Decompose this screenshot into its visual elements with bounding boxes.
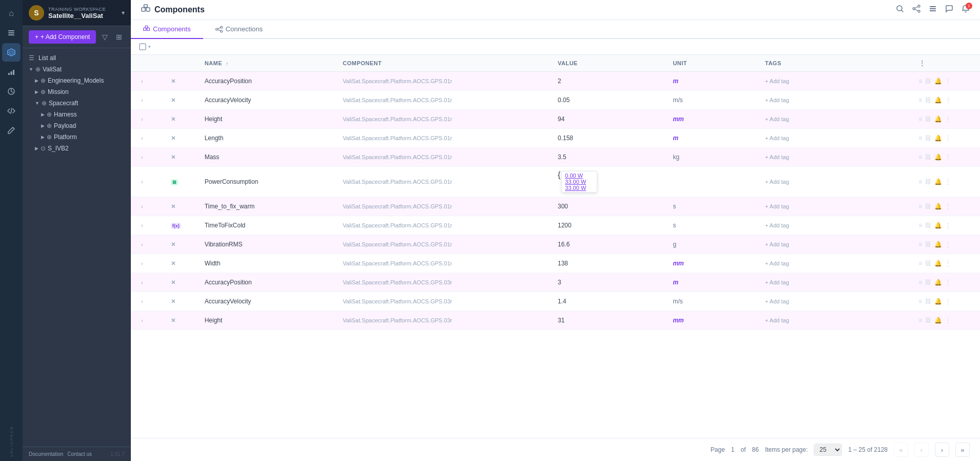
row-bell-icon[interactable]: 🔔: [934, 279, 942, 286]
row-filter-icon[interactable]: ≡: [918, 298, 922, 305]
tree-item-s-ivb2[interactable]: ▶ ⊙ S_IVB2: [23, 143, 131, 154]
nav-home-btn[interactable]: ⌂: [2, 4, 21, 23]
row-link-icon[interactable]: ⛓: [925, 97, 931, 104]
nav-clock-btn[interactable]: [2, 82, 21, 101]
list-view-button[interactable]: [929, 5, 937, 15]
row-value-cell[interactable]: 3: [552, 273, 667, 292]
row-link-icon[interactable]: ⛓: [925, 298, 931, 305]
expand-button[interactable]: ›: [137, 76, 147, 86]
tab-components[interactable]: Components: [131, 20, 203, 39]
expand-button[interactable]: ›: [137, 114, 147, 124]
columns-settings-icon[interactable]: ⋮: [918, 59, 926, 67]
tree-item-harness[interactable]: ▶ ⊕ Harness: [23, 109, 131, 120]
row-value-cell[interactable]: 31: [552, 311, 667, 330]
row-link-icon[interactable]: ⛓: [925, 241, 931, 248]
workspace-chevron-icon[interactable]: ▾: [122, 9, 125, 16]
add-tag-button[interactable]: + Add tag: [765, 154, 789, 160]
filter-button[interactable]: ▽: [100, 31, 110, 43]
add-tag-button[interactable]: + Add tag: [765, 298, 789, 304]
row-value-cell[interactable]: 94: [552, 110, 667, 129]
row-value-cell[interactable]: 16.6: [552, 235, 667, 254]
row-link-icon[interactable]: ⛓: [925, 116, 931, 123]
row-value-cell[interactable]: 1.4: [552, 292, 667, 311]
row-link-icon[interactable]: ⛓: [925, 317, 931, 324]
row-link-icon[interactable]: ⛓: [925, 153, 931, 161]
contact-link[interactable]: Contact us: [67, 451, 92, 457]
row-value-cell[interactable]: 2: [552, 72, 667, 91]
expand-button[interactable]: ›: [137, 239, 147, 249]
row-value-cell[interactable]: 0.05: [552, 91, 667, 110]
add-tag-button[interactable]: + Add tag: [765, 179, 789, 185]
expand-button[interactable]: ›: [137, 220, 147, 230]
row-bell-icon[interactable]: 🔔: [934, 116, 942, 123]
add-tag-button[interactable]: + Add tag: [765, 203, 789, 209]
add-tag-button[interactable]: + Add tag: [765, 97, 789, 103]
expand-button[interactable]: ›: [137, 133, 147, 143]
row-more-icon[interactable]: ⋮: [945, 279, 951, 286]
nav-chart-btn[interactable]: [2, 63, 21, 81]
nav-code-btn[interactable]: [2, 102, 21, 120]
row-filter-icon[interactable]: ≡: [918, 222, 922, 229]
row-filter-icon[interactable]: ≡: [918, 317, 922, 324]
nav-edit-btn[interactable]: [2, 121, 21, 140]
row-value-cell[interactable]: 300: [552, 197, 667, 216]
next-page-button[interactable]: ›: [935, 443, 949, 457]
documentation-link[interactable]: Documentation: [29, 451, 63, 457]
expand-button[interactable]: ›: [137, 201, 147, 212]
row-bell-icon[interactable]: 🔔: [934, 298, 942, 305]
grid-view-button[interactable]: ⊞: [114, 31, 124, 43]
nav-tasks-btn[interactable]: [2, 24, 21, 42]
row-filter-icon[interactable]: ≡: [918, 116, 922, 123]
tree-list-all[interactable]: ☰ List all: [23, 52, 131, 64]
add-tag-button[interactable]: + Add tag: [765, 78, 789, 84]
row-bell-icon[interactable]: 🔔: [934, 260, 942, 267]
prev-page-button[interactable]: ‹: [914, 443, 929, 457]
row-more-icon[interactable]: ⋮: [945, 317, 951, 324]
row-value-cell[interactable]: 138: [552, 254, 667, 273]
expand-button[interactable]: ›: [137, 177, 147, 187]
select-all-checkbox[interactable]: ▾: [139, 43, 151, 50]
row-more-icon[interactable]: ⋮: [945, 260, 951, 267]
row-filter-icon[interactable]: ≡: [918, 260, 922, 267]
first-page-button[interactable]: «: [894, 443, 908, 457]
row-link-icon[interactable]: ⛓: [925, 78, 931, 85]
row-filter-icon[interactable]: ≡: [918, 135, 922, 142]
row-filter-icon[interactable]: ≡: [918, 78, 922, 85]
row-link-icon[interactable]: ⛓: [925, 203, 931, 210]
expand-button[interactable]: ›: [137, 258, 147, 268]
row-bell-icon[interactable]: 🔔: [934, 135, 942, 142]
items-per-page-select[interactable]: 25 50 100: [814, 444, 842, 456]
row-filter-icon[interactable]: ≡: [918, 279, 922, 286]
row-filter-icon[interactable]: ≡: [918, 178, 922, 185]
row-more-icon[interactable]: ⋮: [945, 153, 951, 161]
row-more-icon[interactable]: ⋮: [945, 78, 951, 85]
expand-button[interactable]: ›: [137, 95, 147, 105]
row-more-icon[interactable]: ⋮: [945, 241, 951, 248]
row-more-icon[interactable]: ⋮: [945, 178, 951, 185]
power-value-2[interactable]: 33.00 W: [565, 179, 594, 185]
row-link-icon[interactable]: ⛓: [925, 260, 931, 267]
row-bell-icon[interactable]: 🔔: [934, 203, 942, 210]
tree-item-valisat[interactable]: ▼ ⊕ ValiSat: [23, 64, 131, 75]
expand-button[interactable]: ›: [137, 315, 147, 325]
last-page-button[interactable]: »: [955, 443, 970, 457]
add-tag-button[interactable]: + Add tag: [765, 116, 789, 122]
row-more-icon[interactable]: ⋮: [945, 222, 951, 229]
row-link-icon[interactable]: ⛓: [925, 135, 931, 142]
row-value-cell[interactable]: 3.5: [552, 148, 667, 167]
row-filter-icon[interactable]: ≡: [918, 153, 922, 161]
row-filter-icon[interactable]: ≡: [918, 203, 922, 210]
add-component-button[interactable]: + + Add Component: [29, 30, 96, 44]
expand-button[interactable]: ›: [137, 277, 147, 287]
row-more-icon[interactable]: ⋮: [945, 97, 951, 104]
power-value-3[interactable]: 33.00 W: [565, 185, 594, 191]
tab-connections[interactable]: Connections: [203, 20, 275, 39]
chat-button[interactable]: [945, 5, 953, 15]
add-tag-button[interactable]: + Add tag: [765, 135, 789, 141]
expand-button[interactable]: ›: [137, 152, 147, 162]
tree-item-spacecraft[interactable]: ▼ ⊕ Spacecraft: [23, 98, 131, 109]
tree-item-mission[interactable]: ▶ ⊕ Mission: [23, 86, 131, 98]
row-filter-icon[interactable]: ≡: [918, 97, 922, 104]
row-bell-icon[interactable]: 🔔: [934, 153, 942, 161]
tree-item-platform[interactable]: ▶ ⊕ Platform: [23, 131, 131, 143]
